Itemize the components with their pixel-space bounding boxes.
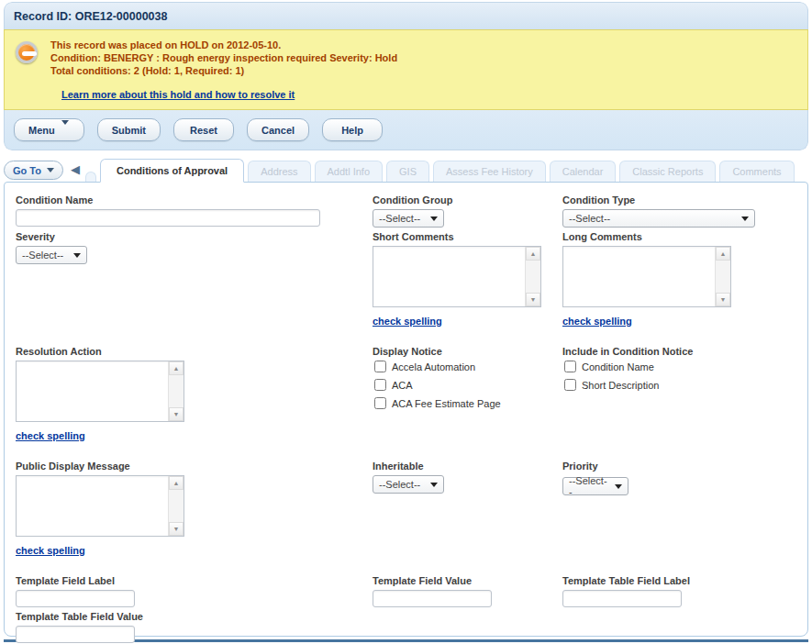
public-display-message-textarea[interactable]: ▲ ▼ <box>16 475 184 537</box>
long-comments-group: Long Comments ▲ ▼ check spelling <box>562 231 796 327</box>
resolution-action-check-spelling-link[interactable]: check spelling <box>16 430 85 441</box>
template-field-label-label: Template Field Label <box>16 575 373 586</box>
short-comments-text[interactable] <box>373 247 525 306</box>
short-comments-label: Short Comments <box>373 231 562 242</box>
tab-scroll-left-icon[interactable]: ◀ <box>67 160 83 180</box>
menu-button[interactable]: Menu <box>14 118 84 141</box>
long-comments-text[interactable] <box>563 247 715 306</box>
menu-dropdown-icon <box>61 125 70 136</box>
accela-automation-checkbox-label: Accela Automation <box>392 361 475 372</box>
include-option-condition-name[interactable]: Condition Name <box>564 361 796 372</box>
public-display-message-text[interactable] <box>17 476 168 536</box>
aca-checkbox-label: ACA <box>392 380 413 391</box>
scroll-down-icon[interactable]: ▼ <box>716 293 730 306</box>
resolution-action-scrollbar[interactable]: ▲ ▼ <box>168 361 184 421</box>
tab-stub[interactable] <box>85 172 96 182</box>
tab-comments[interactable]: Comments <box>719 161 794 182</box>
scroll-down-icon[interactable]: ▼ <box>526 293 540 306</box>
scroll-down-icon[interactable]: ▼ <box>169 522 184 536</box>
long-comments-textarea[interactable]: ▲ ▼ <box>562 246 731 307</box>
condition-name-input[interactable] <box>16 209 320 227</box>
scroll-up-icon[interactable]: ▲ <box>526 247 540 261</box>
condition-group-label: Condition Group <box>373 194 562 205</box>
hold-alert-line2: Condition: BENERGY : Rough energy inspec… <box>50 51 397 64</box>
short-comments-group: Short Comments ▲ ▼ check spelling <box>373 231 562 327</box>
condition-name-group: Condition Name <box>16 194 373 227</box>
resolution-action-textarea[interactable]: ▲ ▼ <box>16 361 184 422</box>
display-notice-group: Display Notice Accela Automation ACA ACA… <box>373 346 562 416</box>
template-field-value-input[interactable] <box>373 590 492 607</box>
display-notice-option-accela-automation[interactable]: Accela Automation <box>374 361 562 372</box>
aca-checkbox[interactable] <box>374 379 386 391</box>
severity-select[interactable]: --Select-- <box>16 246 87 264</box>
short-description-checkbox[interactable] <box>564 379 576 391</box>
condition-group-select[interactable]: --Select-- <box>373 209 444 228</box>
include-in-condition-notice-label: Include in Condition Notice <box>562 346 796 357</box>
short-description-checkbox-label: Short Description <box>582 380 659 391</box>
action-toolbar: Menu Submit Reset Cancel Help <box>4 110 808 150</box>
help-button[interactable]: Help <box>322 118 383 141</box>
template-table-field-label-group: Template Table Field Label <box>562 575 796 607</box>
record-header-block: Record ID: ORE12-00000038 This record wa… <box>4 2 808 150</box>
tab-address[interactable]: Address <box>248 161 310 182</box>
priority-selected-value: --Select-- <box>569 475 607 497</box>
priority-select[interactable]: --Select-- <box>562 477 628 495</box>
scroll-up-icon[interactable]: ▲ <box>169 361 184 375</box>
resolution-action-text[interactable] <box>17 361 168 421</box>
chevron-down-icon <box>73 253 81 258</box>
condition-type-select[interactable]: --Select-- <box>562 209 755 228</box>
inheritable-group: Inheritable --Select-- <box>373 461 562 494</box>
public-display-message-check-spelling-link[interactable]: check spelling <box>16 545 85 556</box>
tab-gis[interactable]: GIS <box>386 161 429 182</box>
short-comments-check-spelling-link[interactable]: check spelling <box>373 316 442 327</box>
aca-fee-estimate-page-checkbox[interactable] <box>374 397 386 409</box>
hold-alert-row: This record was placed on HOLD on 2012-0… <box>16 39 796 77</box>
condition-type-group: Condition Type --Select-- <box>562 194 796 228</box>
tab-calendar[interactable]: Calendar <box>550 161 617 182</box>
long-comments-label: Long Comments <box>562 231 796 242</box>
tab-assess-fee-history[interactable]: Assess Fee History <box>433 161 546 182</box>
inheritable-select[interactable]: --Select-- <box>373 475 444 494</box>
template-field-label-input[interactable] <box>16 590 135 607</box>
tab-classic-reports[interactable]: Classic Reports <box>619 161 716 182</box>
tab-strip: Go To ◀ Conditions of Approval Address A… <box>4 158 808 182</box>
accela-automation-checkbox[interactable] <box>374 361 386 372</box>
tab-conditions-of-approval[interactable]: Conditions of Approval <box>100 159 244 183</box>
long-comments-check-spelling-link[interactable]: check spelling <box>562 316 632 327</box>
severity-label: Severity <box>16 231 373 242</box>
condition-name-checkbox[interactable] <box>564 361 576 372</box>
hold-learn-more-link[interactable]: Learn more about this hold and how to re… <box>61 89 295 100</box>
submit-button[interactable]: Submit <box>97 118 161 141</box>
cancel-button[interactable]: Cancel <box>247 118 309 141</box>
scroll-down-icon[interactable]: ▼ <box>169 407 184 421</box>
hold-alert-line1: This record was placed on HOLD on 2012-0… <box>50 39 397 51</box>
goto-label: Go To <box>13 165 41 176</box>
reset-button[interactable]: Reset <box>173 118 234 141</box>
scroll-up-icon[interactable]: ▲ <box>716 247 730 261</box>
template-field-value-group: Template Field Value <box>373 575 562 607</box>
resolution-action-group: Resolution Action ▲ ▼ check spelling <box>16 346 373 441</box>
conditions-form-panel: Condition Name Condition Group --Select-… <box>4 182 808 637</box>
severity-group: Severity --Select-- <box>16 231 373 264</box>
public-display-message-group: Public Display Message ▲ ▼ check spellin… <box>16 461 373 556</box>
template-table-field-label-input[interactable] <box>562 590 682 607</box>
resolution-action-label: Resolution Action <box>16 346 373 357</box>
goto-dropdown-button[interactable]: Go To <box>4 161 63 180</box>
short-comments-textarea[interactable]: ▲ ▼ <box>373 246 541 307</box>
template-table-field-value-input[interactable] <box>16 626 135 643</box>
long-comments-scrollbar[interactable]: ▲ ▼ <box>715 247 730 306</box>
tab-addtl-info[interactable]: Addtl Info <box>315 161 383 182</box>
priority-group: Priority --Select-- <box>562 461 796 495</box>
template-field-label-group: Template Field Label <box>16 575 373 607</box>
condition-type-label: Condition Type <box>562 194 796 205</box>
conditions-form: Condition Name Condition Group --Select-… <box>16 194 796 644</box>
include-option-short-description[interactable]: Short Description <box>564 379 796 391</box>
public-display-message-scrollbar[interactable]: ▲ ▼ <box>168 476 184 536</box>
template-table-field-label-label: Template Table Field Label <box>562 575 796 586</box>
scroll-up-icon[interactable]: ▲ <box>169 476 184 490</box>
display-notice-option-aca[interactable]: ACA <box>374 379 562 391</box>
short-comments-scrollbar[interactable]: ▲ ▼ <box>525 247 540 306</box>
severity-selected-value: --Select-- <box>22 250 63 261</box>
display-notice-option-aca-fee-estimate-page[interactable]: ACA Fee Estimate Page <box>374 397 562 409</box>
chevron-down-icon <box>615 484 622 489</box>
